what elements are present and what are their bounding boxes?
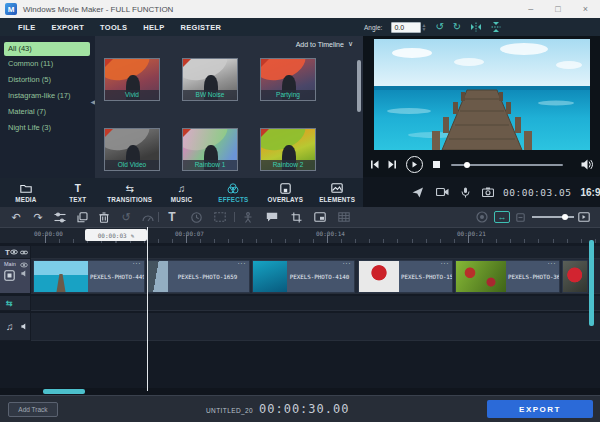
flip-horizontal-icon[interactable]: [470, 22, 482, 32]
timeline-vertical-scrollbar[interactable]: [589, 240, 594, 326]
tab-effects[interactable]: EFFECTS: [207, 178, 259, 207]
transition-track-header[interactable]: ⇆: [0, 296, 30, 311]
tab-text[interactable]: T TEXT: [52, 178, 104, 207]
next-frame-button[interactable]: [388, 160, 397, 169]
mute-speaker-icon[interactable]: [21, 323, 28, 330]
minimize-button[interactable]: –: [528, 5, 533, 14]
clip-menu-icon[interactable]: ···: [238, 260, 247, 267]
timeline-clip[interactable]: PEXELS-PHOTO-4140 ···: [252, 260, 355, 293]
effect-card-rainbow-2[interactable]: Rainbow 2: [260, 128, 316, 171]
flip-vertical-icon[interactable]: [491, 21, 501, 33]
effect-card-rainbow-1[interactable]: Rainbow 1: [182, 128, 238, 171]
menu-tools[interactable]: TOOLS: [100, 23, 127, 32]
record-icon[interactable]: [474, 210, 490, 224]
duration-clock-icon[interactable]: [188, 210, 204, 224]
effect-card-vivid[interactable]: Vivid: [104, 58, 160, 101]
effect-card-old-video[interactable]: Old Video: [104, 128, 160, 171]
tab-elements[interactable]: ELEMENTS: [311, 178, 363, 207]
menu-register[interactable]: REGISTER: [181, 23, 222, 32]
transition-track-row[interactable]: [31, 296, 600, 311]
motion-tracking-icon[interactable]: [240, 210, 256, 224]
add-to-timeline-dropdown[interactable]: Add to Timeline ∨: [296, 40, 353, 48]
menu-file[interactable]: FILE: [18, 23, 35, 32]
preview-timecode: 00:00:03.05: [503, 187, 571, 198]
text-tool-icon[interactable]: T: [164, 210, 180, 224]
zoom-slider-knob[interactable]: [562, 214, 568, 220]
angle-stepper[interactable]: ▲▼: [421, 23, 426, 31]
add-track-button[interactable]: Add Track: [8, 402, 58, 417]
effect-card-bw-noise[interactable]: BW Noise: [182, 58, 238, 101]
microphone-icon[interactable]: [461, 187, 470, 198]
mute-speaker-icon[interactable]: [21, 270, 28, 277]
fit-timeline-icon[interactable]: ↔: [494, 211, 510, 223]
rotate-cw-icon[interactable]: ↻: [453, 22, 461, 32]
playhead-line[interactable]: [147, 227, 148, 391]
camcorder-icon[interactable]: [436, 187, 449, 197]
play-button[interactable]: [406, 156, 423, 173]
previous-frame-button[interactable]: [370, 160, 379, 169]
sidebar-item-material[interactable]: Material (7): [0, 104, 95, 120]
clip-menu-icon[interactable]: ···: [441, 260, 450, 267]
clip-menu-icon[interactable]: ···: [548, 260, 557, 267]
maximize-button[interactable]: □: [555, 5, 560, 14]
zoom-out-icon[interactable]: [512, 210, 528, 224]
adjust-sliders-icon[interactable]: [52, 210, 68, 224]
clip-menu-icon[interactable]: ···: [343, 260, 352, 267]
sidebar-item-common[interactable]: Common (11): [0, 56, 95, 72]
undo-icon[interactable]: ↶: [8, 210, 24, 224]
timeline-clip[interactable]: PEXELS-PHOTO-1517 ···: [358, 260, 453, 293]
menu-export[interactable]: EXPORT: [51, 23, 84, 32]
close-button[interactable]: ×: [583, 5, 588, 14]
zoom-fit-icon[interactable]: [576, 210, 592, 224]
link-icon[interactable]: [20, 250, 28, 255]
speed-gauge-icon[interactable]: [140, 210, 156, 224]
angle-input[interactable]: [391, 22, 421, 33]
visibility-eye-icon[interactable]: [20, 262, 28, 268]
sidebar-item-all[interactable]: All (43): [4, 42, 90, 56]
timeline-clip[interactable]: PEXELS-PHOTO-4496 ···: [33, 260, 145, 293]
seek-slider[interactable]: [451, 164, 563, 166]
timeline-clip[interactable]: PEXELS-PHOTO-3617 ···: [455, 260, 560, 293]
visibility-eye-icon[interactable]: [10, 249, 18, 255]
menu-help[interactable]: HELP: [143, 23, 164, 32]
timeline-clip-partial[interactable]: [562, 260, 588, 293]
pip-icon[interactable]: [312, 210, 328, 224]
effect-label: Old Video: [105, 160, 159, 170]
aspect-ratio-label[interactable]: 16:9: [580, 187, 600, 198]
timeline-clip[interactable]: PEXELS-PHOTO-1659 ···: [147, 260, 250, 293]
volume-icon[interactable]: [581, 159, 593, 170]
text-track-row[interactable]: [31, 246, 600, 259]
crop-icon[interactable]: [288, 210, 304, 224]
redo-icon[interactable]: ↷: [30, 210, 46, 224]
share-icon[interactable]: [412, 187, 424, 198]
tab-overlays[interactable]: OVERLAYS: [259, 178, 311, 207]
speech-bubble-icon[interactable]: [264, 210, 280, 224]
canvas-icon[interactable]: [212, 210, 228, 224]
rotate-icon[interactable]: ↺: [118, 210, 134, 224]
stop-button[interactable]: [433, 161, 440, 168]
duplicate-icon[interactable]: [74, 210, 90, 224]
sidebar-item-distortion[interactable]: Distortion (5): [0, 72, 95, 88]
clip-name: PEXELS-PHOTO-4496: [90, 274, 140, 280]
main-track-header[interactable]: Main: [0, 259, 30, 294]
text-track-header[interactable]: T: [0, 246, 30, 259]
playhead-flag[interactable]: 00:00:03 ✎: [85, 229, 147, 241]
tab-media[interactable]: MEDIA: [0, 178, 52, 207]
effects-scrollbar[interactable]: [357, 60, 361, 112]
snapshot-icon[interactable]: [482, 187, 494, 197]
delete-icon[interactable]: [96, 210, 112, 224]
sidebar-item-night-life[interactable]: Night Life (3): [0, 120, 95, 136]
export-button[interactable]: EXPORT: [487, 400, 593, 418]
tab-music[interactable]: ♫ MUSIC: [156, 178, 208, 207]
tab-transitions[interactable]: ⇆ TRANSITIONS: [104, 178, 156, 207]
seek-slider-knob[interactable]: [464, 162, 470, 168]
sidebar-item-instagram-like[interactable]: Instagram-like (17): [0, 88, 95, 104]
music-track-row[interactable]: [31, 313, 600, 341]
clip-menu-icon[interactable]: ···: [133, 260, 142, 267]
effect-card-partying[interactable]: Partying: [260, 58, 316, 101]
timeline-horizontal-scrollbar[interactable]: [43, 389, 85, 394]
timeline-zoom-slider[interactable]: [532, 216, 574, 218]
rotate-ccw-icon[interactable]: ↺: [435, 22, 443, 32]
music-track-header[interactable]: ♫: [0, 313, 30, 341]
mosaic-icon[interactable]: [336, 210, 352, 224]
